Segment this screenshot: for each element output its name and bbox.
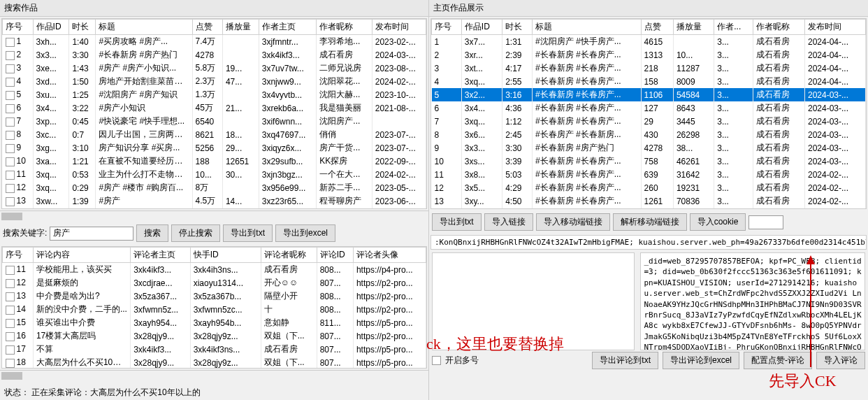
column-header[interactable]: 序号 — [3, 20, 34, 35]
column-header[interactable]: 时长 — [69, 20, 96, 35]
row-checkbox[interactable] — [6, 306, 15, 315]
table-row[interactable]: 53x2...3:16#长春新房 #长春房产...1106545843...成石… — [432, 88, 866, 101]
parse-mobile-link-button[interactable]: 解析移动端链接 — [613, 213, 687, 231]
import-cookie-button[interactable]: 导入cookie — [690, 213, 746, 231]
row-checkbox[interactable] — [6, 157, 15, 166]
textarea-right[interactable]: _did=web_87295707857BEFOA; kpf=PC_WEB; c… — [640, 252, 865, 350]
column-header[interactable]: 评论者头像 — [353, 248, 426, 263]
column-header[interactable]: 作者... — [714, 20, 753, 35]
cookie-display[interactable]: :KonQBnxijRHBHGnRlFNWcOZ4t32AIwT2mHbigFM… — [431, 235, 867, 250]
row-checkbox[interactable] — [6, 197, 15, 206]
column-header[interactable]: 作者昵称 — [753, 20, 805, 35]
column-header[interactable]: 发布时间 — [804, 20, 865, 35]
import-mobile-link-button[interactable]: 导入移动端链接 — [536, 213, 610, 231]
row-checkbox[interactable] — [6, 359, 15, 368]
column-header[interactable]: 序号 — [432, 20, 462, 35]
column-header[interactable]: 评论者昵称 — [261, 248, 317, 263]
row-checkbox[interactable] — [6, 292, 15, 301]
column-header[interactable]: 序号 — [3, 248, 34, 263]
search-input[interactable] — [50, 227, 133, 241]
h-scrollbar[interactable] — [0, 210, 428, 222]
row-checkbox[interactable] — [6, 117, 15, 127]
table-row[interactable]: 123x5...4:29#长春新房 #长春房产...260192313...成石… — [432, 181, 866, 194]
table-row[interactable]: 14新的没中介费，二手的...3xfwmn5z...3xfwmn5zc...十8… — [3, 303, 426, 316]
row-checkbox[interactable] — [6, 319, 15, 328]
row-checkbox[interactable] — [6, 51, 15, 60]
search-button[interactable]: 搜索 — [136, 224, 168, 242]
column-header[interactable]: 点赞 — [641, 20, 673, 35]
table-row[interactable]: 83xc...0:7因儿子出国，三房两厅...862118...3xq47697… — [3, 128, 426, 141]
config-like-comment-button[interactable]: 配置点赞-评论 — [744, 352, 812, 369]
table-row[interactable]: 13中介费是啥为出?3x5za367...3x5za367b...隔壁小开808… — [3, 290, 426, 303]
table-row[interactable]: 143xk...1:36不是刚需别买房 #一个...2.9万14...3xnjw… — [3, 208, 426, 209]
column-header[interactable]: 快手ID — [190, 248, 261, 263]
column-header[interactable]: 评论内容 — [33, 248, 130, 263]
table-row[interactable]: 13x7...1:31#沈阳房产 #快手房产...46153...成石看房202… — [432, 35, 866, 49]
table-row[interactable]: 103xs...3:39#长春新房 #长春房产...758462613...成石… — [432, 155, 866, 168]
row-checkbox[interactable] — [6, 345, 15, 355]
column-header[interactable]: 点赞 — [192, 20, 222, 35]
column-header[interactable]: 作品ID — [461, 20, 502, 35]
stop-search-button[interactable]: 停止搜索 — [171, 224, 220, 242]
table-row[interactable]: 43xd...1:50房地产开始割韭菜苗啦...2.3万47...3xnjww9… — [3, 75, 426, 88]
table-row[interactable]: 113x8...5:03#长春新房 #长春房产...639316423...成石… — [432, 168, 866, 181]
row-checkbox[interactable] — [6, 279, 15, 288]
multi-account-checkbox[interactable] — [432, 356, 441, 365]
row-checkbox[interactable] — [6, 131, 15, 140]
column-header[interactable]: 作者主页 — [259, 20, 317, 35]
table-row[interactable]: 23xr...2:39#长春新房 #长春房产...131310...3...成石… — [432, 48, 866, 62]
column-header[interactable]: 时长 — [502, 20, 533, 35]
table-row[interactable]: 133xw...1:39#房产4.5万14...3xz23r65...程哥聊房产… — [3, 194, 426, 208]
row-checkbox[interactable] — [6, 104, 15, 113]
table-row[interactable]: 23x3...3:30#长春新房 #房产热门42783xk4ikf3...成石看… — [3, 48, 426, 62]
table-row[interactable]: 53xu...1:25#沈阳房产 #房产知识1.3万3x4vyvtb...沈阳大… — [3, 88, 426, 101]
table-row[interactable]: 15谁买谁出中介费3xayh954...3xayh954b...意如静811..… — [3, 316, 426, 329]
cookie-input-small[interactable] — [748, 215, 783, 229]
import-link-button[interactable]: 导入链接 — [484, 213, 533, 231]
column-header[interactable]: 作品ID — [33, 20, 69, 35]
table-row[interactable]: 33xe...1:43#房产 #房产小知识...5.8万19...3x7uv7t… — [3, 62, 426, 75]
table-row[interactable]: 33xt...4:17#长春新房 #长春房产...218112873...成石看… — [432, 62, 866, 75]
table-row[interactable]: 113xq...0:53业主为什么打不走物业...10...30...3xjn3… — [3, 168, 426, 181]
table-row[interactable]: 18大高层为什么不买10年...3x28qjy9...3x28qjy9z...双… — [3, 356, 426, 369]
h-scrollbar-comments[interactable] — [0, 370, 428, 381]
table-row[interactable]: 133xy...4:50#长春新房 #长春房产...1261708363...成… — [432, 194, 866, 208]
table-row[interactable]: 143x6...3:5#长春新房 #长春房产...223915...3...成石… — [432, 208, 866, 209]
row-checkbox[interactable] — [6, 78, 15, 87]
table-row[interactable]: 13xh...1:40#买房攻略 #房产...7.4万3xjfmntr...李羽… — [3, 35, 426, 49]
table-row[interactable]: 103xa...1:21在直被不知道要经历多...188126513x29suf… — [3, 155, 426, 168]
table-row[interactable]: 93xg...3:10房产知识分享 #买房...525629...3xiqyz6… — [3, 141, 426, 155]
column-header[interactable]: 评论者主页 — [131, 248, 191, 263]
column-header[interactable]: 标题 — [96, 20, 192, 35]
export-txt-right-button[interactable]: 导出到txt — [432, 213, 482, 231]
row-checkbox[interactable] — [6, 144, 15, 153]
table-row[interactable]: 123xq...0:29#房产 #楼市 #购房百...8万3x956e99...… — [3, 181, 426, 194]
row-checkbox[interactable] — [6, 38, 15, 47]
row-checkbox[interactable] — [6, 91, 15, 100]
column-header[interactable]: 发布时间 — [372, 20, 426, 35]
table-row[interactable]: 63x4...4:36#长春新房 #长春房产...12786433...成石看房… — [432, 101, 866, 115]
table-row[interactable]: 1617楼算大高层吗3x28qjy9...3x28qjy9z...双姐（下...… — [3, 329, 426, 343]
export-comment-excel-button[interactable]: 导出评论到excel — [663, 352, 739, 369]
column-header[interactable]: 播放量 — [673, 20, 714, 35]
column-header[interactable]: 作者昵称 — [317, 20, 372, 35]
table-row[interactable]: 83x6...2:45#长春房产 #长春新房...430262983...成石看… — [432, 128, 866, 141]
search-results-table[interactable]: 序号作品ID时长标题点赞播放量作者主页作者昵称发布时间13xh...1:40#买… — [1, 18, 427, 209]
profile-works-table[interactable]: 序号作品ID时长标题点赞播放量作者...作者昵称发布时间13x7...1:31#… — [431, 18, 867, 209]
row-checkbox[interactable] — [6, 64, 15, 73]
export-comment-txt-button[interactable]: 导出评论到txt — [592, 352, 658, 369]
table-row[interactable]: 73xp...0:45#快说豪宅 #快手理想...65403xif6wnn...… — [3, 115, 426, 128]
export-excel-button[interactable]: 导出到excel — [275, 224, 335, 242]
table-row[interactable]: 73xq...1:12#长春新房 #长春房产...2934453...成石看房2… — [432, 115, 866, 128]
table-row[interactable]: 63x4...3:22#房产小知识45万21...3xrekb6a...我是猫美… — [3, 101, 426, 115]
comments-table[interactable]: 序号评论内容评论者主页快手ID评论者昵称评论ID评论者头像11学校能用上，该买买… — [1, 246, 427, 369]
column-header[interactable]: 播放量 — [222, 20, 259, 35]
row-checkbox[interactable] — [6, 184, 15, 193]
row-checkbox[interactable] — [6, 266, 15, 275]
import-comment-button[interactable]: 导入评论 — [816, 352, 865, 369]
column-header[interactable]: 评论ID — [317, 248, 353, 263]
table-row[interactable]: 11学校能用上，该买买3xk4ikf3...3xk4ih3ns...成石看房80… — [3, 263, 426, 277]
column-header[interactable]: 标题 — [532, 20, 641, 35]
table-row[interactable]: 93x3...3:30#长春新房 #房产热门427838...3...成石看房2… — [432, 141, 866, 155]
export-txt-button[interactable]: 导出到txt — [223, 224, 273, 242]
